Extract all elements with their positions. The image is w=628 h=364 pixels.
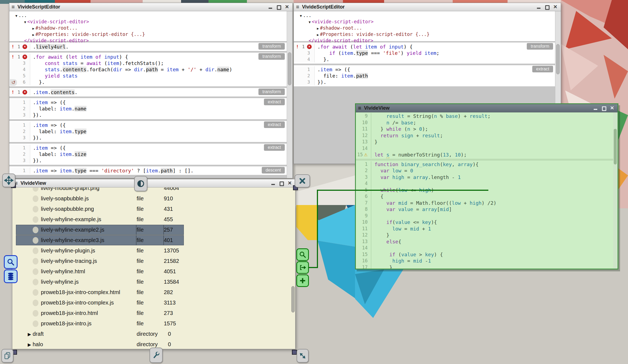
file-row[interactable]: proweb18-jsx-intro.htmlfile273 — [12, 308, 295, 318]
code-line[interactable]: stats.contents.forEach(dir => dir.path =… — [30, 66, 232, 73]
close-icon[interactable]: ✕ — [288, 181, 292, 186]
code-line[interactable]: yield stats — [30, 73, 78, 79]
dom-tree-node[interactable]: ▶#shadow-root... — [9, 25, 292, 32]
code-line[interactable]: .item.contents. — [30, 89, 78, 95]
file-row[interactable]: lively-whyline-example2.jsfile257 — [12, 225, 295, 235]
file-row[interactable]: lively-whyline.jsfile13584 — [12, 277, 295, 287]
code-line[interactable]: var mid = Math.floor((low + high) /2) — [371, 200, 496, 206]
titlebar[interactable]: ≡ VivideView ✕ — [356, 104, 618, 112]
code-line[interactable]: function binary_search(key, array){ — [371, 161, 478, 168]
code-line[interactable]: var low = 0 — [371, 167, 413, 174]
dom-tree-node[interactable]: ▶#Properties: vivide-script-editor {...} — [9, 32, 292, 38]
expand-arrow-icon[interactable]: ▶ — [32, 27, 34, 30]
expand-arrow-icon[interactable]: ▶ — [28, 342, 31, 348]
code-line[interactable]: const stats = await (item).fetchStats(); — [30, 60, 164, 66]
code-line[interactable]: } — [371, 264, 392, 269]
undo-icon[interactable]: ↺ — [10, 79, 17, 86]
dom-tree-node[interactable]: ▼<vivide-script-editor> — [9, 19, 292, 25]
scrollbar-thumb[interactable] — [291, 286, 295, 312]
dom-tree-node[interactable]: ▼... — [294, 13, 561, 19]
collapse-arrow-icon[interactable]: ▼ — [24, 20, 26, 24]
code-line[interactable] — [371, 245, 374, 251]
move-button[interactable] — [2, 174, 15, 187]
code-line[interactable]: let s = numberToString(13, 10); — [371, 152, 467, 158]
script-block[interactable]: 1.item => ({2 file: item.path3}).extract — [294, 65, 555, 86]
script-block[interactable]: 1.item => ({2 label: item.type3}).extrac… — [9, 121, 287, 142]
code-panes[interactable]: 9 result = String(n % base) + result;10 … — [356, 112, 613, 269]
code-line[interactable]: file: item.path — [315, 73, 368, 79]
code-line[interactable]: .for await (let item of input) { — [315, 44, 413, 50]
eye-button[interactable] — [134, 176, 147, 191]
script-block[interactable]: .!1×.item.contents.transform — [9, 88, 287, 96]
code-line[interactable]: }). — [315, 79, 326, 85]
file-row[interactable]: lively-whyline.htmlfile4051 — [12, 266, 295, 277]
code-line[interactable]: }). — [30, 157, 42, 164]
block-type-label[interactable]: transform — [258, 89, 285, 95]
code-line[interactable]: while(low <= high) — [371, 187, 434, 194]
code-line[interactable]: high = mid -1 — [371, 258, 431, 264]
collapse-arrow-icon[interactable]: ▼ — [300, 14, 302, 18]
code-line[interactable]: { — [371, 193, 384, 200]
titlebar[interactable]: ≡ VivideScriptEditor ✕ — [294, 3, 561, 11]
code-line[interactable]: low = mid + 1 — [371, 226, 431, 232]
add-button[interactable] — [296, 274, 309, 287]
hamburger-icon[interactable]: ≡ — [296, 4, 299, 10]
code-line[interactable]: }. — [30, 79, 45, 85]
file-row[interactable]: ▶draftdirectory0 — [12, 329, 295, 339]
minimize-icon[interactable] — [537, 5, 541, 9]
file-row[interactable]: lively-whyline-plugin.jsfile13705 — [12, 246, 295, 256]
search-button-green[interactable] — [296, 248, 309, 261]
code-line[interactable]: } while (n > 0); — [371, 126, 428, 132]
search-button[interactable] — [4, 255, 18, 269]
block-type-label[interactable]: extract — [264, 121, 285, 128]
code-line[interactable]: .item => ({ — [30, 122, 66, 128]
block-type-label[interactable]: transform — [258, 43, 285, 50]
code-line[interactable]: .item => ({ — [30, 99, 66, 106]
code-line[interactable]: return sign + result; — [371, 132, 443, 139]
dom-tree-node[interactable]: ▶#Properties: vivide-script-editor {...} — [294, 32, 561, 38]
code-line[interactable]: if (value > key) { — [371, 251, 443, 258]
code-line[interactable]: if (item.type === 'file') yield item; — [315, 50, 439, 56]
code-line[interactable] — [371, 145, 374, 152]
titlebar[interactable]: ≡ VivideView ✕ — [12, 179, 295, 187]
block-type-label[interactable]: extract — [532, 66, 553, 72]
script-block[interactable]: 1function binary_search(key, array){2 va… — [356, 161, 613, 269]
code-line[interactable]: label: item.name — [30, 106, 86, 112]
script-block[interactable]: .!1×.for await (let item of input) {3 co… — [9, 53, 287, 86]
file-row[interactable]: lively-whyline-example.jsfile455 — [12, 214, 295, 225]
dom-tree-node[interactable]: ▼... — [9, 13, 292, 19]
scrollbar-thumb[interactable] — [614, 129, 617, 164]
expand-button[interactable] — [297, 349, 309, 363]
close-icon[interactable]: ✕ — [285, 5, 289, 9]
code-line[interactable]: label: item.type — [30, 128, 86, 135]
code-line[interactable]: }). — [30, 135, 42, 141]
minimize-icon[interactable] — [268, 5, 273, 9]
code-line[interactable]: var value = array[mid] — [371, 206, 452, 213]
resize-handle[interactable] — [292, 350, 297, 355]
minimize-icon[interactable] — [271, 181, 275, 186]
file-row[interactable]: lively-whyline-example3.jsfile401 — [12, 235, 295, 246]
code-line[interactable]: .lively4url. — [30, 44, 69, 50]
titlebar[interactable]: ≡ VivideScriptEditor ✕ — [9, 3, 292, 11]
expand-arrow-icon[interactable]: ▶ — [32, 33, 34, 37]
file-row[interactable]: lively-whyline-tracing.jsfile21582 — [12, 256, 295, 266]
scrollbar-thumb[interactable] — [556, 44, 560, 74]
script-block[interactable]: 1.item => ({2 label: item.name3}).extrac… — [9, 98, 287, 119]
block-type-label[interactable]: transform — [258, 53, 285, 60]
block-type-label[interactable]: extract — [264, 144, 285, 151]
minimize-icon[interactable] — [593, 106, 598, 110]
export-button[interactable] — [296, 261, 309, 274]
file-row[interactable]: lively-soapbubble.pngfile431 — [12, 204, 295, 214]
dom-tree-node[interactable]: ▶#shadow-root... — [294, 25, 561, 32]
file-row[interactable]: proweb18-jsx-intro-complex.jsfile3113 — [12, 298, 295, 308]
scrollbar-thumb[interactable] — [288, 52, 291, 85]
database-button[interactable] — [4, 269, 18, 283]
collapse-arrow-icon[interactable]: ▼ — [15, 14, 17, 18]
code-line[interactable] — [371, 213, 374, 219]
maximize-icon[interactable] — [279, 181, 284, 186]
maximize-icon[interactable] — [602, 106, 606, 110]
hamburger-icon[interactable]: ≡ — [358, 105, 361, 111]
expand-arrow-icon[interactable]: ▶ — [28, 331, 31, 338]
collapse-arrow-icon[interactable]: ▼ — [309, 20, 311, 24]
file-row[interactable]: proweb18-jsx-intro.jsfile1575 — [12, 318, 295, 329]
